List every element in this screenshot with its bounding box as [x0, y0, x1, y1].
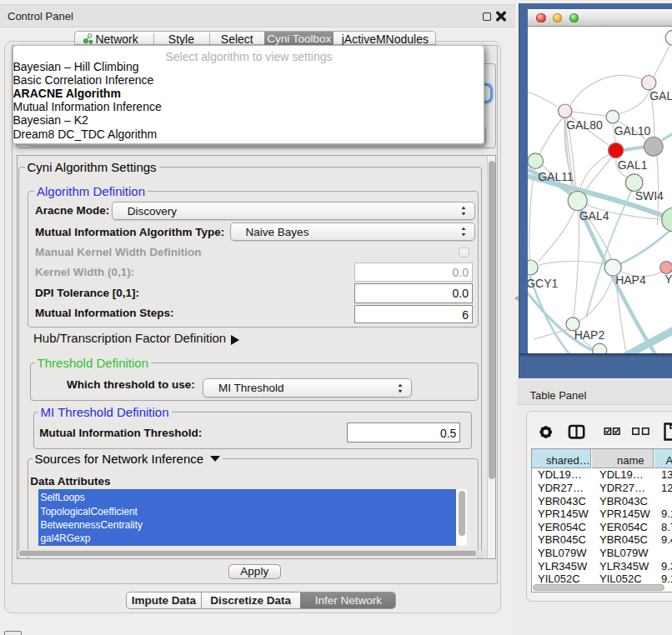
svg-text:GAL1: GAL1 [617, 158, 647, 171]
svg-text:SWI4: SWI4 [634, 188, 663, 202]
svg-text:GAL11: GAL11 [538, 169, 574, 182]
svg-text:HAP2: HAP2 [574, 328, 604, 342]
svg-text:GAL80: GAL80 [566, 118, 603, 132]
svg-text:HAP4: HAP4 [615, 272, 646, 286]
svg-text:GAL10: GAL10 [614, 124, 650, 138]
svg-text:GAL7: GAL7 [649, 89, 672, 102]
svg-text:YDR: YDR [664, 272, 672, 285]
svg-text:GCY1: GCY1 [528, 276, 559, 289]
svg-text:GAL4: GAL4 [579, 208, 609, 222]
